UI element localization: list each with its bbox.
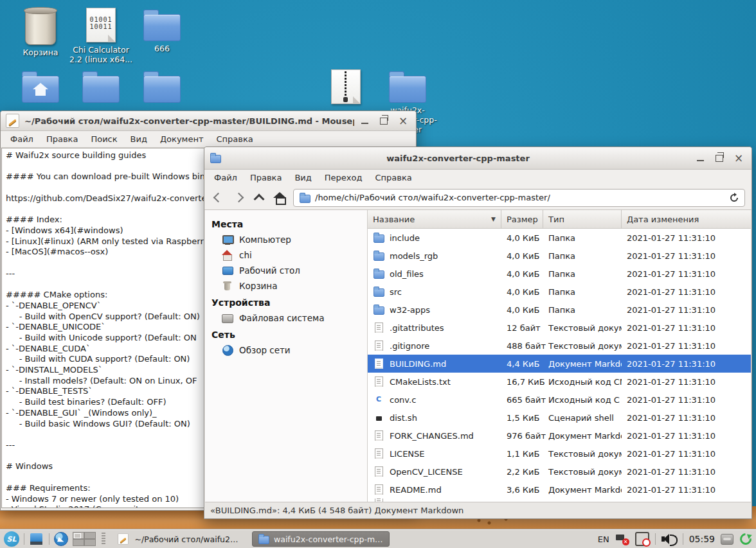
sidebar-item[interactable]: Файловая система <box>205 310 367 326</box>
file-row[interactable]: README.md 3,6 КиБ Документ Markdown 2021… <box>368 481 751 499</box>
file-row[interactable]: dist.sh 1,5 КиБ Сценарий shell 2021-01-2… <box>368 409 751 427</box>
menu-item[interactable]: Переход <box>319 171 368 184</box>
sidebar-item-icon <box>222 265 233 276</box>
file-row[interactable]: BUILDING.md 4,4 КиБ Документ Markdown 20… <box>368 355 751 373</box>
workspace-3[interactable] <box>73 539 84 546</box>
file-date: 2021-01-27 11:31:10 <box>622 233 751 243</box>
file-type: Текстовый документ <box>543 467 622 477</box>
menu-item[interactable]: Справка <box>211 132 259 146</box>
file-row[interactable]: FORK_CHANGES.md 976 байт Документ Markdo… <box>368 427 751 445</box>
desktop-icon-home-folder[interactable] <box>7 69 74 103</box>
start-menu-button[interactable]: SL <box>4 531 19 547</box>
logout-icon[interactable] <box>739 533 752 545</box>
menu-item[interactable]: Файл <box>4 132 39 146</box>
fm-toolbar: /home/chi/Рабочий стол/waifu2x-converter… <box>204 186 752 210</box>
file-date: 2021-01-27 11:31:10 <box>622 359 751 369</box>
sidebar-item[interactable]: Корзина <box>205 278 367 294</box>
desktop-icon-folder-3[interactable] <box>129 69 195 103</box>
clock[interactable]: 05:59 <box>689 534 715 544</box>
file-row[interactable]: .gitignore 488 байт Текстовый документ 2… <box>368 337 751 355</box>
restore-button[interactable] <box>379 116 389 126</box>
file-date: 2021-01-27 11:31:10 <box>622 467 751 477</box>
desktop-icon-folder-666[interactable]: 666 <box>129 8 195 53</box>
close-button[interactable]: × <box>734 153 744 163</box>
sidebar-item-label: Обзор сети <box>239 345 291 355</box>
sidebar-item-label: chi <box>239 250 252 260</box>
file-type: Документ Markdown <box>543 359 622 369</box>
file-type: Текстовый документ <box>543 449 622 459</box>
file-row[interactable]: OpenCV_LICENSE 2,2 КиБ Текстовый докумен… <box>368 463 751 481</box>
desktop-icon-chi-calculator[interactable]: 01001 10011 Chi Calculator 2.2 (linux x6… <box>68 8 134 64</box>
sidebar-item[interactable]: chi <box>205 247 367 263</box>
file-row[interactable]: src 4,0 КиБ Папка 2021-01-27 11:31:10 <box>368 283 751 301</box>
up-button[interactable] <box>252 191 266 205</box>
file-row[interactable]: include 4,0 КиБ Папка 2021-01-27 11:31:1… <box>368 229 751 247</box>
tray-device-icon[interactable] <box>721 534 734 545</box>
task-mousepad[interactable]: ~/Рабочий стол/waifu2x-... <box>111 532 248 546</box>
menu-item[interactable]: Вид <box>289 171 317 184</box>
workspace-pager[interactable] <box>73 532 96 546</box>
keyboard-layout-indicator[interactable]: EN <box>598 535 609 544</box>
file-date: 2021-01-27 11:31:10 <box>622 449 751 459</box>
sidebar-item[interactable]: Обзор сети <box>205 342 367 358</box>
network-status-icon[interactable] <box>615 533 629 545</box>
file-row[interactable]: w32-apps 4,0 КиБ Папка 2021-01-27 11:31:… <box>368 301 751 319</box>
desktop-icon-folder-2[interactable] <box>68 69 134 103</box>
column-header-date[interactable]: Дата изменения <box>622 210 751 228</box>
file-size: 665 байт <box>501 395 543 405</box>
file-manager-window: waifu2x-converter-cpp-master × ФайлПравк… <box>204 146 752 519</box>
mousepad-titlebar[interactable]: ~/Рабочий стол/waifu2x-converter-cpp-mas… <box>1 111 416 131</box>
file-row[interactable]: models_rgb 4,0 КиБ Папка 2021-01-27 11:3… <box>368 247 751 265</box>
restore-button[interactable] <box>714 153 724 163</box>
workspace-1[interactable] <box>73 532 84 539</box>
path-bar[interactable]: /home/chi/Рабочий стол/waifu2x-converter… <box>293 189 745 207</box>
volume-icon[interactable] <box>662 533 677 545</box>
browser-launcher[interactable] <box>54 532 68 546</box>
fm-titlebar[interactable]: waifu2x-converter-cpp-master × <box>204 147 752 170</box>
file-date: 2021-01-27 11:31:10 <box>622 413 751 423</box>
sidebar-item-icon <box>222 250 233 260</box>
sidebar-item[interactable]: Рабочий стол <box>205 263 367 278</box>
file-size: 1,5 КиБ <box>501 413 543 423</box>
desktop-icon-label: 666 <box>129 44 195 53</box>
menu-item[interactable]: Правка <box>40 132 84 146</box>
close-button[interactable]: × <box>398 116 408 126</box>
menu-item[interactable]: Правка <box>244 171 287 184</box>
column-header-name[interactable]: Название ▼ <box>368 210 501 228</box>
minimize-button[interactable] <box>695 153 705 163</box>
task-file-manager[interactable]: waifu2x-converter-cpp-ma... <box>252 531 390 547</box>
file-row[interactable]: CMakeLists.txt 16,7 КиБ Исходный код CMa… <box>368 373 751 391</box>
minimize-button[interactable] <box>359 116 370 126</box>
file-type: Документ Markdown <box>543 485 622 495</box>
clipboard-tray-icon[interactable] <box>635 532 649 546</box>
home-button[interactable] <box>273 191 287 205</box>
desktop-icon-archive[interactable] <box>312 69 379 104</box>
file-row[interactable]: LICENSE 1,1 КиБ Текстовый документ 2021-… <box>368 445 751 463</box>
file-row[interactable]: conv.c 665 байт Исходный код C 2021-01-2… <box>368 391 751 409</box>
file-list-header: Название ▼ Размер Тип Дата изменения <box>368 210 751 229</box>
menu-item[interactable]: Документ <box>154 132 210 146</box>
file-row[interactable]: .gitattributes 12 байт Текстовый докумен… <box>368 319 751 337</box>
file-date: 2021-01-27 11:31:10 <box>622 251 751 261</box>
reload-button[interactable] <box>729 193 739 203</box>
back-button[interactable] <box>211 191 225 205</box>
sidebar-item-label: Корзина <box>239 281 277 291</box>
forward-button[interactable] <box>231 191 246 205</box>
file-manager-launcher[interactable] <box>29 532 44 546</box>
file-type-icon <box>373 233 384 243</box>
menu-item[interactable]: Поиск <box>85 132 123 146</box>
file-type-icon <box>373 340 384 351</box>
column-header-size[interactable]: Размер <box>501 210 543 228</box>
file-rows: include 4,0 КиБ Папка 2021-01-27 11:31:1… <box>368 229 751 502</box>
tasklist-handle[interactable] <box>102 533 105 545</box>
workspace-2[interactable] <box>84 532 96 539</box>
menu-item[interactable]: Файл <box>208 171 243 184</box>
file-row[interactable]: old_files 4,0 КиБ Папка 2021-01-27 11:31… <box>368 265 751 283</box>
column-header-type[interactable]: Тип <box>543 210 622 228</box>
mousepad-app-icon <box>6 114 19 128</box>
menu-item[interactable]: Вид <box>125 132 153 146</box>
sidebar-item[interactable]: Компьютер <box>205 232 367 247</box>
workspace-4[interactable] <box>84 539 96 546</box>
menu-item[interactable]: Справка <box>369 171 417 184</box>
desktop-icon-trash[interactable]: Корзина <box>7 8 74 57</box>
